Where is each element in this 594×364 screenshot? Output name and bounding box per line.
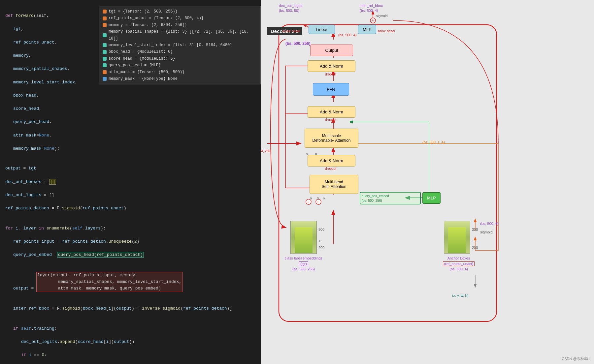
anchor-300-label: 300 — [472, 228, 478, 231]
bs-500-4-label: (bs, 500, 4) — [338, 33, 357, 37]
inter-ref-bbox-label: inter_ref_bbox(bs, 500, 4) — [360, 3, 383, 14]
output-box: Output — [310, 45, 353, 56]
anchor-box-label: Anchor Boxes(ref_points_unact)(bs, 500, … — [426, 256, 492, 272]
code-panel: tgt = {Tensor: (2, 500, 256)} ref_points… — [0, 0, 261, 364]
q-label-mha: q — [317, 196, 319, 200]
anchor-plus-label: + — [472, 239, 474, 243]
anchor-200-label: 200 — [472, 246, 478, 250]
class-embed-text: class label embeddings(tgt)(bs, 500, 256… — [277, 256, 330, 272]
embed-200-label: 200 — [318, 246, 324, 250]
qpos-embed-label: query_pos_embed(bs, 500, 256) — [362, 194, 389, 203]
bs-500-1-4-label: (bs, 500, 1, 4) — [422, 140, 445, 144]
embed-300-label: 300 — [318, 228, 324, 231]
svg-text:+: + — [372, 18, 374, 23]
add-norm-2-box: Add & Norm — [308, 106, 355, 118]
dropout-3-label: dropout — [325, 167, 336, 170]
svg-text:+: + — [307, 200, 309, 205]
dec-out-logits-label: dec_out_logits(bs, 500, 80) — [279, 3, 302, 14]
ffn-box: FFN — [313, 83, 349, 96]
k-label-mha: k — [323, 196, 325, 200]
bs-500-256-label: (bs, 500, 256) — [285, 41, 310, 46]
class-embed-bars — [290, 221, 317, 254]
add-norm-1-box: Add & Norm — [308, 60, 355, 72]
anchor-bars — [444, 221, 470, 254]
mlp-bbox-box: MLP — [358, 25, 376, 34]
svg-text:+: + — [317, 200, 319, 205]
mh-self-attn-box: Multi-headSelf- Attention — [310, 175, 358, 194]
embed-plus-label: + — [318, 239, 320, 243]
ms-deform-attn-box: Multi-scaleDeformable- Attention — [305, 129, 358, 148]
v-label-mha: v — [310, 196, 312, 200]
dropout-1-label: dropout — [325, 73, 336, 76]
watermark: CSDN @东秋001 — [562, 356, 590, 361]
tooltip-popup: tgt = {Tensor: (2, 500, 256)} ref_points… — [99, 6, 261, 84]
sigmoid-top-label: sigmoid — [376, 14, 387, 18]
xywh-label: (x, y, w, h) — [452, 293, 468, 297]
sigmoid-right-label: sigmoid — [480, 230, 493, 234]
score-head-label: score head — [282, 29, 300, 33]
svg-point-17 — [370, 18, 376, 23]
memory-label: memory(bs, 6804, 256) — [261, 144, 276, 154]
bs-500-4-right-label: (bs, 500, 4) — [480, 222, 499, 226]
linear-box: Linear — [309, 25, 335, 34]
mlp-qpos-box: MLP — [422, 192, 441, 204]
dropout-2-label: dropout — [325, 118, 336, 122]
bbox-head-label: bbox head — [378, 29, 395, 33]
diagram-panel: + + + + + + + — [261, 0, 594, 364]
add-norm-3-box: Add & Norm — [308, 155, 355, 167]
